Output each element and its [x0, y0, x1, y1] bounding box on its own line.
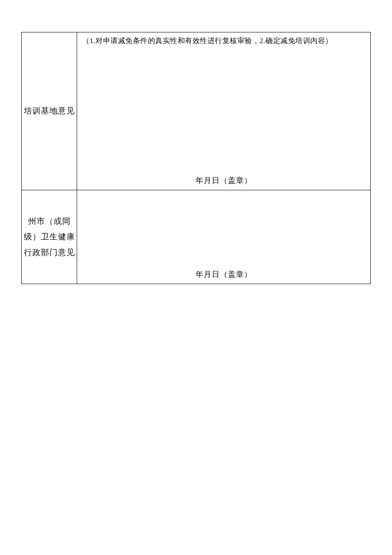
health-dept-label: 州市（或同级）卫生健康行政部门意见 — [22, 214, 77, 260]
verification-note: （1.对申请减免条件的真实性和有效性进行复核审验，2.确定减免培训内容） — [77, 32, 370, 46]
health-dept-content-cell: 年月日（盖章） — [77, 190, 371, 284]
health-dept-label-cell: 州市（或同级）卫生健康行政部门意见 — [22, 190, 77, 284]
training-base-label-cell: 培训基地意见 — [22, 32, 77, 190]
table-row: 州市（或同级）卫生健康行政部门意见 年月日（盖章） — [22, 190, 371, 284]
training-base-content-cell: （1.对申请减免条件的真实性和有效性进行复核审验，2.确定减免培训内容） 年月日… — [77, 32, 371, 190]
approval-form-table: 培训基地意见 （1.对申请减免条件的真实性和有效性进行复核审验，2.确定减免培训… — [21, 32, 371, 284]
date-seal-line: 年月日（盖章） — [77, 269, 370, 279]
training-base-label: 培训基地意见 — [22, 103, 77, 119]
date-seal-line: 年月日（盖章） — [77, 175, 370, 186]
table-row: 培训基地意见 （1.对申请减免条件的真实性和有效性进行复核审验，2.确定减免培训… — [22, 32, 371, 190]
